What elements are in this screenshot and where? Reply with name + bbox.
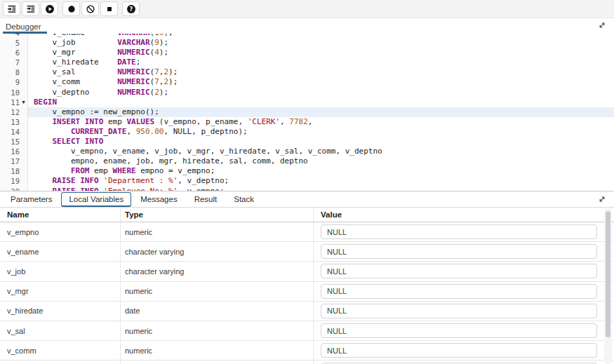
code-text: v_empno := new_empno(); xyxy=(28,107,614,117)
step-over-button[interactable] xyxy=(22,1,39,16)
code-line-17: 17 empno, ename, job, mgr, hiredate, sal… xyxy=(0,156,614,166)
clear-all-breakpoints-button[interactable] xyxy=(81,1,99,16)
fold-marker-icon[interactable]: ▼ xyxy=(20,97,27,107)
gutter-spacer xyxy=(20,107,27,117)
code-text: v_sal NUMERIC(7,2); xyxy=(28,67,614,77)
line-number: 8 xyxy=(0,67,20,77)
variable-value-input[interactable] xyxy=(321,244,597,259)
line-gutter[interactable]: 16 xyxy=(0,147,28,156)
code-line-9: 9 v_comm NUMERIC(7,2); xyxy=(0,77,614,87)
variable-type: numeric xyxy=(121,321,314,340)
panel-tabbar: ParametersLocal VariablesMessagesResultS… xyxy=(0,191,614,208)
variable-value-input[interactable] xyxy=(321,224,597,239)
line-gutter[interactable]: 11▼ xyxy=(0,97,28,107)
line-gutter[interactable]: 10 xyxy=(0,88,28,97)
code-text: BEGIN xyxy=(28,97,614,107)
variable-name: v_hiredate xyxy=(0,302,121,321)
table-scrollbar[interactable] xyxy=(604,208,612,364)
variable-type: numeric xyxy=(121,341,314,360)
panel-tab-result[interactable]: Result xyxy=(187,192,225,206)
line-gutter[interactable]: 15 xyxy=(0,137,28,147)
tab-debugger[interactable]: Debugger xyxy=(3,18,47,34)
help-button[interactable]: ? xyxy=(122,1,140,16)
column-header-value: Value xyxy=(314,210,614,219)
expand-editor-button[interactable] xyxy=(597,20,608,32)
code-text: empno, ename, job, mgr, hiredate, sal, c… xyxy=(28,156,614,166)
line-gutter[interactable]: 6 xyxy=(0,48,28,58)
code-line-7: 7 v_hiredate DATE; xyxy=(0,58,614,67)
variable-value-cell xyxy=(314,262,614,281)
column-header-name: Name xyxy=(0,208,121,222)
code-text: INSERT INTO emp VALUES (v_empno, p_ename… xyxy=(28,117,614,127)
panel-tab-stack[interactable]: Stack xyxy=(226,192,262,206)
variable-row-v_comm: v_commnumeric xyxy=(0,341,614,360)
code-text: v_deptno NUMERIC(2); xyxy=(28,88,614,97)
code-line-19: 19 RAISE INFO 'Department : %', v_deptno… xyxy=(0,176,614,186)
stop-button[interactable] xyxy=(100,1,118,16)
table-scrollbar-thumb[interactable] xyxy=(606,211,610,337)
column-header-type: Type xyxy=(121,208,314,222)
code-line-8: 8 v_sal NUMERIC(7,2); xyxy=(0,67,614,77)
step-into-button[interactable] xyxy=(3,1,20,16)
line-number: 7 xyxy=(0,58,20,67)
variable-row-v_job: v_jobcharacter varying xyxy=(0,262,614,281)
line-gutter[interactable]: 8 xyxy=(0,67,28,77)
step-into-icon xyxy=(7,4,17,14)
variable-value-input[interactable] xyxy=(321,323,597,338)
variable-value-cell xyxy=(314,282,614,301)
no-breakpoint-icon xyxy=(86,4,95,14)
line-number: 9 xyxy=(0,77,20,87)
main-tabbar: Debugger xyxy=(0,18,614,34)
line-gutter[interactable]: 19 xyxy=(0,176,28,186)
panel-tab-messages[interactable]: Messages xyxy=(133,192,185,206)
variable-value-cell xyxy=(314,360,614,364)
variable-value-input[interactable] xyxy=(321,343,597,358)
line-number: 12 xyxy=(0,107,20,117)
toggle-breakpoint-button[interactable] xyxy=(62,1,80,16)
variable-value-cell xyxy=(314,242,614,261)
line-gutter[interactable]: 9 xyxy=(0,77,28,87)
line-number: 6 xyxy=(0,48,20,58)
code-editor[interactable]: 4 v_ename VARCHAR(10);5 v_job VARCHAR(9)… xyxy=(0,34,614,191)
table-body: v_empnonumericv_enamecharacter varyingv_… xyxy=(0,222,614,364)
gutter-spacer xyxy=(20,67,27,77)
variable-name: v_sal xyxy=(0,321,121,340)
code-text: v_mgr NUMERIC(4); xyxy=(28,48,614,58)
variable-value-input[interactable] xyxy=(321,264,597,278)
code-text: FROM emp WHERE empno = v_empno; xyxy=(28,166,614,176)
variable-name: v_job xyxy=(0,262,121,281)
variable-value-input[interactable] xyxy=(321,304,597,318)
line-gutter[interactable]: 14 xyxy=(0,127,28,137)
code-text: v_hiredate DATE; xyxy=(28,58,614,67)
panel-tab-parameters[interactable]: Parameters xyxy=(3,192,60,206)
table-header: Name Type Value xyxy=(0,208,614,222)
line-gutter[interactable]: 12 xyxy=(0,107,28,117)
variable-type: numeric xyxy=(121,360,314,364)
gutter-spacer xyxy=(20,166,27,176)
code-lines: 4 v_ename VARCHAR(10);5 v_job VARCHAR(9)… xyxy=(0,34,614,191)
continue-button[interactable] xyxy=(41,1,58,16)
line-number: 5 xyxy=(0,38,20,48)
panel-tab-local-variables[interactable]: Local Variables xyxy=(61,192,131,207)
variable-value-input[interactable] xyxy=(321,284,597,299)
code-line-14: 14 CURRENT_DATE, 950.00, NULL, p_deptno)… xyxy=(0,127,614,137)
variable-name: v_ename xyxy=(0,242,121,261)
line-number: 16 xyxy=(0,147,20,156)
line-number: 10 xyxy=(0,88,20,97)
line-gutter[interactable]: 7 xyxy=(0,58,28,67)
line-gutter[interactable]: 13 xyxy=(0,117,28,127)
gutter-spacer xyxy=(20,137,27,147)
line-gutter[interactable]: 17 xyxy=(0,156,28,166)
line-gutter[interactable]: 5 xyxy=(0,38,28,48)
code-text: v_job VARCHAR(9); xyxy=(28,38,614,48)
variable-name: v_mgr xyxy=(0,282,121,301)
gutter-spacer xyxy=(20,117,27,127)
line-number: 14 xyxy=(0,127,20,137)
gutter-spacer xyxy=(20,147,27,156)
line-number: 13 xyxy=(0,117,20,127)
line-gutter[interactable]: 18 xyxy=(0,166,28,176)
expand-panel-button[interactable] xyxy=(597,194,608,205)
code-line-11: 11▼BEGIN xyxy=(0,97,614,107)
code-text: SELECT INTO xyxy=(28,137,614,147)
gutter-spacer xyxy=(20,176,27,186)
